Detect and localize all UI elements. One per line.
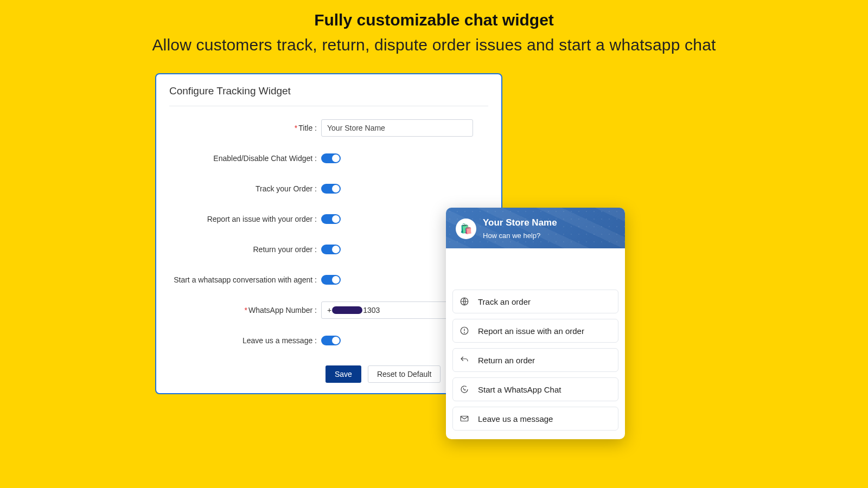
chat-prompt: How can we help? <box>483 232 557 240</box>
chat-option-label: Leave us a message <box>478 414 553 423</box>
chat-option-leave-message[interactable]: Leave us a message <box>452 407 618 431</box>
globe-icon <box>459 297 469 306</box>
label-report: Report an issue with your order : <box>169 215 321 223</box>
toggle-enable-widget[interactable] <box>321 153 341 163</box>
chat-option-label: Return an order <box>478 356 535 365</box>
label-title: *Title : <box>169 124 321 132</box>
label-whatsapp-number: *WhatsApp Number : <box>169 306 321 314</box>
mail-icon <box>459 414 469 423</box>
toggle-whatsapp-conv[interactable] <box>321 275 341 285</box>
settings-header: Configure Tracking Widget <box>169 85 488 106</box>
store-avatar-icon: 🛍️ <box>456 219 476 239</box>
page-title: Fully customizable chat widget <box>0 0 868 29</box>
chat-store-name: Your Store Name <box>483 217 557 228</box>
label-enable: Enabled/Disable Chat Widget : <box>169 154 321 163</box>
svg-point-3 <box>464 332 465 333</box>
alert-icon <box>459 326 469 336</box>
label-leave-message: Leave us a message : <box>169 336 321 345</box>
chat-option-label: Start a WhatsApp Chat <box>478 385 561 394</box>
chat-option-whatsapp[interactable]: Start a WhatsApp Chat <box>452 377 618 401</box>
chat-option-label: Report an issue with an order <box>478 326 584 336</box>
chat-widget-header: 🛍️ Your Store Name How can we help? <box>446 208 625 248</box>
toggle-return-order[interactable] <box>321 245 341 254</box>
whatsapp-icon <box>459 384 469 394</box>
svg-rect-4 <box>461 416 468 421</box>
page-subtitle: Allow customers track, return, dispute o… <box>0 36 868 54</box>
label-whatsapp-conv: Start a whatsapp conversation with agent… <box>169 275 321 284</box>
save-button[interactable]: Save <box>326 365 361 383</box>
chat-option-track-order[interactable]: Track an order <box>452 290 618 313</box>
label-return: Return your order : <box>169 245 321 254</box>
chat-option-return-order[interactable]: Return an order <box>452 348 618 372</box>
toggle-leave-message[interactable] <box>321 336 341 345</box>
title-input[interactable] <box>321 119 473 137</box>
toggle-track-order[interactable] <box>321 184 341 194</box>
redacted-number <box>332 306 362 314</box>
toggle-report-issue[interactable] <box>321 214 341 224</box>
chat-option-label: Track an order <box>478 297 531 306</box>
reset-to-default-button[interactable]: Reset to Default <box>368 365 441 383</box>
chat-widget-preview: 🛍️ Your Store Name How can we help? Trac… <box>446 208 625 439</box>
chat-option-report-issue[interactable]: Report an issue with an order <box>452 319 618 343</box>
label-track: Track your Order : <box>169 184 321 193</box>
return-icon <box>459 355 469 365</box>
